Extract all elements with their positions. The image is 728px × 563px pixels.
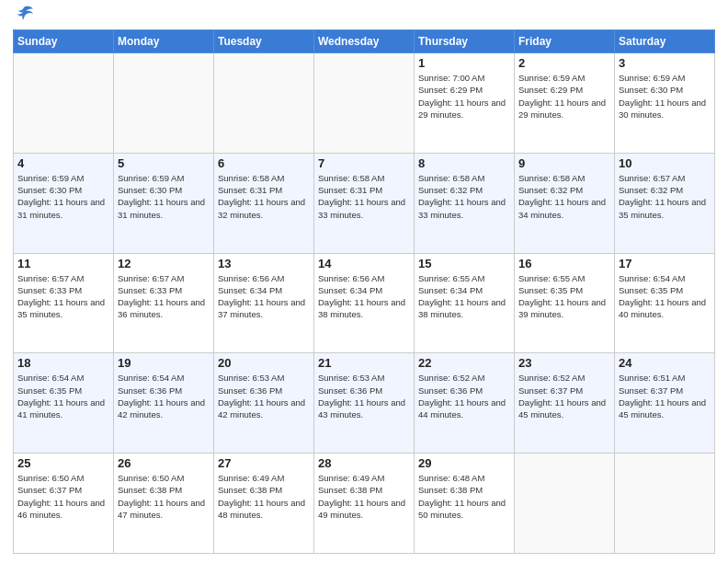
day-info: Sunrise: 6:58 AMSunset: 6:31 PMDaylight:… (218, 172, 310, 221)
day-number: 20 (218, 356, 310, 370)
page: SundayMondayTuesdayWednesdayThursdayFrid… (0, 0, 728, 563)
calendar-header-row: SundayMondayTuesdayWednesdayThursdayFrid… (14, 30, 715, 53)
day-info: Sunrise: 6:48 AMSunset: 6:38 PMDaylight:… (418, 472, 510, 521)
day-cell: 5Sunrise: 6:59 AMSunset: 6:30 PMDaylight… (114, 153, 214, 253)
day-cell: 8Sunrise: 6:58 AMSunset: 6:32 PMDaylight… (415, 153, 515, 253)
day-cell: 14Sunrise: 6:56 AMSunset: 6:34 PMDayligh… (314, 253, 415, 353)
day-info: Sunrise: 6:55 AMSunset: 6:35 PMDaylight:… (518, 272, 610, 321)
day-cell: 7Sunrise: 6:58 AMSunset: 6:31 PMDaylight… (314, 153, 415, 253)
day-number: 5 (118, 156, 210, 170)
day-number: 11 (17, 257, 109, 270)
day-info: Sunrise: 6:54 AMSunset: 6:35 PMDaylight:… (17, 372, 109, 420)
col-header-wednesday: Wednesday (314, 30, 415, 53)
day-info: Sunrise: 6:56 AMSunset: 6:34 PMDaylight:… (218, 272, 310, 321)
col-header-tuesday: Tuesday (214, 30, 314, 53)
day-cell: 17Sunrise: 6:54 AMSunset: 6:35 PMDayligh… (615, 253, 715, 353)
day-cell: 21Sunrise: 6:53 AMSunset: 6:36 PMDayligh… (314, 353, 415, 454)
day-info: Sunrise: 6:51 AMSunset: 6:37 PMDaylight:… (619, 372, 711, 420)
day-number: 23 (518, 356, 610, 370)
day-info: Sunrise: 6:57 AMSunset: 6:33 PMDaylight:… (118, 272, 210, 321)
day-number: 19 (118, 356, 210, 370)
day-number: 16 (518, 257, 610, 270)
day-number: 28 (318, 456, 410, 470)
day-cell: 9Sunrise: 6:58 AMSunset: 6:32 PMDaylight… (515, 153, 615, 253)
day-number: 10 (619, 156, 711, 170)
day-number: 6 (218, 156, 310, 170)
day-cell: 20Sunrise: 6:53 AMSunset: 6:36 PMDayligh… (214, 353, 314, 454)
day-number: 7 (318, 156, 410, 170)
day-number: 15 (418, 257, 510, 270)
day-cell: 13Sunrise: 6:56 AMSunset: 6:34 PMDayligh… (214, 253, 314, 353)
day-cell: 2Sunrise: 6:59 AMSunset: 6:29 PMDaylight… (515, 53, 615, 154)
day-info: Sunrise: 6:57 AMSunset: 6:32 PMDaylight:… (619, 172, 711, 221)
day-number: 1 (418, 56, 510, 70)
day-number: 3 (619, 56, 711, 70)
day-cell: 26Sunrise: 6:50 AMSunset: 6:38 PMDayligh… (114, 454, 214, 554)
col-header-sunday: Sunday (14, 30, 114, 53)
col-header-friday: Friday (515, 30, 615, 53)
empty-day-cell (615, 454, 715, 554)
calendar-week-row: 25Sunrise: 6:50 AMSunset: 6:37 PMDayligh… (14, 454, 715, 554)
day-cell: 6Sunrise: 6:58 AMSunset: 6:31 PMDaylight… (214, 153, 314, 253)
day-number: 2 (518, 56, 610, 70)
empty-day-cell (14, 53, 114, 154)
day-cell: 16Sunrise: 6:55 AMSunset: 6:35 PMDayligh… (515, 253, 615, 353)
day-number: 25 (17, 456, 109, 470)
day-cell: 25Sunrise: 6:50 AMSunset: 6:37 PMDayligh… (14, 454, 114, 554)
day-cell: 24Sunrise: 6:51 AMSunset: 6:37 PMDayligh… (615, 353, 715, 454)
day-info: Sunrise: 6:59 AMSunset: 6:29 PMDaylight:… (518, 72, 610, 121)
col-header-thursday: Thursday (415, 30, 515, 53)
day-number: 13 (218, 257, 310, 270)
day-info: Sunrise: 6:52 AMSunset: 6:37 PMDaylight:… (518, 372, 610, 420)
day-cell: 28Sunrise: 6:49 AMSunset: 6:38 PMDayligh… (314, 454, 415, 554)
calendar-week-row: 18Sunrise: 6:54 AMSunset: 6:35 PMDayligh… (14, 353, 715, 454)
day-number: 9 (518, 156, 610, 170)
day-cell: 29Sunrise: 6:48 AMSunset: 6:38 PMDayligh… (415, 454, 515, 554)
day-info: Sunrise: 6:57 AMSunset: 6:33 PMDaylight:… (17, 272, 109, 321)
day-number: 27 (218, 456, 310, 470)
day-info: Sunrise: 6:50 AMSunset: 6:37 PMDaylight:… (17, 472, 109, 521)
day-info: Sunrise: 6:58 AMSunset: 6:32 PMDaylight:… (518, 172, 610, 221)
day-info: Sunrise: 6:54 AMSunset: 6:36 PMDaylight:… (118, 372, 210, 420)
day-cell: 1Sunrise: 7:00 AMSunset: 6:29 PMDaylight… (415, 53, 515, 154)
day-cell: 12Sunrise: 6:57 AMSunset: 6:33 PMDayligh… (114, 253, 214, 353)
day-cell: 22Sunrise: 6:52 AMSunset: 6:36 PMDayligh… (415, 353, 515, 454)
day-info: Sunrise: 6:58 AMSunset: 6:31 PMDaylight:… (318, 172, 410, 221)
day-number: 22 (418, 356, 510, 370)
day-cell: 19Sunrise: 6:54 AMSunset: 6:36 PMDayligh… (114, 353, 214, 454)
calendar-table: SundayMondayTuesdayWednesdayThursdayFrid… (13, 29, 715, 554)
day-cell: 3Sunrise: 6:59 AMSunset: 6:30 PMDaylight… (615, 53, 715, 154)
col-header-saturday: Saturday (615, 30, 715, 53)
day-number: 24 (619, 356, 711, 370)
day-number: 29 (418, 456, 510, 470)
day-info: Sunrise: 6:56 AMSunset: 6:34 PMDaylight:… (318, 272, 410, 321)
day-number: 21 (318, 356, 410, 370)
day-cell: 23Sunrise: 6:52 AMSunset: 6:37 PMDayligh… (515, 353, 615, 454)
empty-day-cell (314, 53, 415, 154)
day-info: Sunrise: 6:54 AMSunset: 6:35 PMDaylight:… (619, 272, 711, 321)
day-number: 18 (17, 356, 109, 370)
day-cell: 15Sunrise: 6:55 AMSunset: 6:34 PMDayligh… (415, 253, 515, 353)
day-number: 4 (17, 156, 109, 170)
calendar-week-row: 4Sunrise: 6:59 AMSunset: 6:30 PMDaylight… (14, 153, 715, 253)
day-info: Sunrise: 6:53 AMSunset: 6:36 PMDaylight:… (318, 372, 410, 420)
day-cell: 18Sunrise: 6:54 AMSunset: 6:35 PMDayligh… (14, 353, 114, 454)
day-cell: 11Sunrise: 6:57 AMSunset: 6:33 PMDayligh… (14, 253, 114, 353)
day-info: Sunrise: 6:59 AMSunset: 6:30 PMDaylight:… (17, 172, 109, 221)
calendar-week-row: 1Sunrise: 7:00 AMSunset: 6:29 PMDaylight… (14, 53, 715, 154)
day-info: Sunrise: 6:50 AMSunset: 6:38 PMDaylight:… (118, 472, 210, 521)
day-number: 14 (318, 257, 410, 270)
empty-day-cell (114, 53, 214, 154)
day-info: Sunrise: 7:00 AMSunset: 6:29 PMDaylight:… (418, 72, 510, 121)
day-info: Sunrise: 6:49 AMSunset: 6:38 PMDaylight:… (318, 472, 410, 521)
header (13, 9, 715, 24)
day-info: Sunrise: 6:59 AMSunset: 6:30 PMDaylight:… (619, 72, 711, 121)
day-number: 17 (619, 257, 711, 270)
day-info: Sunrise: 6:55 AMSunset: 6:34 PMDaylight:… (418, 272, 510, 321)
day-info: Sunrise: 6:52 AMSunset: 6:36 PMDaylight:… (418, 372, 510, 420)
day-info: Sunrise: 6:58 AMSunset: 6:32 PMDaylight:… (418, 172, 510, 221)
day-number: 26 (118, 456, 210, 470)
logo-bird-icon (15, 4, 35, 24)
col-header-monday: Monday (114, 30, 214, 53)
day-number: 8 (418, 156, 510, 170)
